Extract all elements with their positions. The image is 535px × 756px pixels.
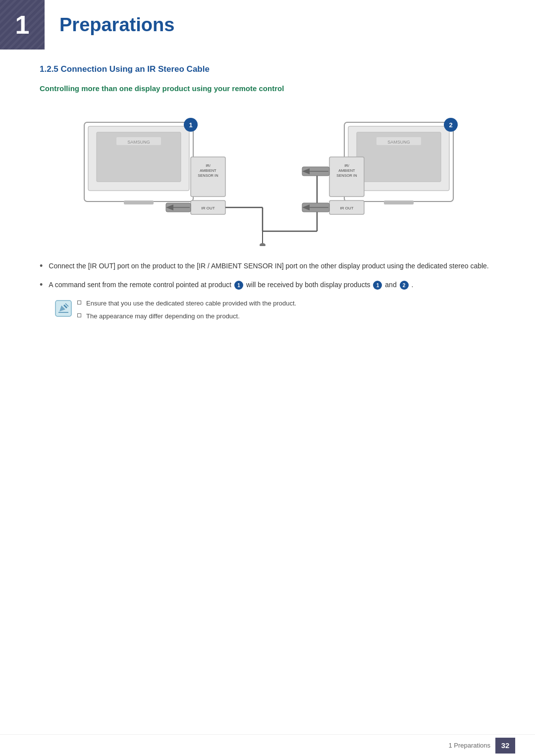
- bullet2-text-before: A command sent from the remote control p…: [49, 281, 233, 289]
- note-square-1: [77, 301, 81, 304]
- connection-diagram: SAMSUNG 1 IR/ AMBIENT SENSOR IN IR OUT: [40, 107, 495, 246]
- section-heading: 1.2.5 Connection Using an IR Stereo Cabl…: [40, 64, 495, 74]
- svg-text:1: 1: [189, 121, 192, 129]
- svg-text:AMBIENT: AMBIENT: [200, 168, 216, 173]
- svg-text:SENSOR IN: SENSOR IN: [336, 173, 357, 178]
- svg-point-43: [260, 243, 266, 246]
- note-item-2: The appearance may differ depending on t…: [77, 311, 495, 321]
- bullet-text-1: Connect the [IR OUT] port on the product…: [49, 261, 495, 271]
- footer-label: 1 Preparations: [448, 742, 490, 749]
- svg-text:SAMSUNG: SAMSUNG: [387, 140, 410, 145]
- badge-2: 1: [373, 281, 382, 290]
- bullet-section: • Connect the [IR OUT] port on the produ…: [40, 261, 495, 324]
- svg-rect-27: [384, 201, 414, 204]
- bullet-item-2: • A command sent from the remote control…: [40, 280, 495, 292]
- bullet2-text-and: and: [383, 281, 398, 289]
- bullet2-text-middle: will be received by both display product…: [244, 281, 372, 289]
- svg-text:SAMSUNG: SAMSUNG: [127, 140, 150, 145]
- svg-text:IR OUT: IR OUT: [340, 206, 353, 210]
- bullet2-text-after: .: [410, 281, 414, 289]
- svg-text:IR OUT: IR OUT: [201, 206, 214, 210]
- note-text-2: The appearance may differ depending on t…: [86, 311, 240, 321]
- note-icon: [54, 300, 72, 317]
- footer-page-number: 32: [495, 738, 515, 754]
- bullet-dot-2: •: [40, 278, 43, 292]
- note-block: Ensure that you use the dedicated stereo…: [54, 299, 495, 324]
- svg-text:SENSOR IN: SENSOR IN: [198, 173, 218, 178]
- svg-text:AMBIENT: AMBIENT: [338, 168, 355, 173]
- page-header: 1 Preparations: [0, 0, 535, 50]
- main-content: 1.2.5 Connection Using an IR Stereo Cabl…: [0, 50, 535, 373]
- badge-3: 2: [400, 281, 409, 290]
- chapter-number-block: 1: [0, 0, 45, 50]
- bullet-text-2: A command sent from the remote control p…: [49, 280, 495, 290]
- note-items: Ensure that you use the dedicated stereo…: [77, 299, 495, 324]
- svg-text:IR/: IR/: [206, 163, 211, 168]
- note-item-1: Ensure that you use the dedicated stereo…: [77, 299, 495, 308]
- svg-text:IR/: IR/: [344, 163, 350, 168]
- bullet-item-1: • Connect the [IR OUT] port on the produ…: [40, 261, 495, 273]
- subsection-heading: Controlling more than one display produc…: [40, 84, 495, 93]
- chapter-title-block: Preparations: [45, 0, 535, 50]
- page-footer: 1 Preparations 32: [0, 734, 535, 756]
- chapter-title: Preparations: [59, 14, 174, 36]
- note-text-1: Ensure that you use the dedicated stereo…: [86, 299, 296, 308]
- ir-stereo-diagram: SAMSUNG 1 IR/ AMBIENT SENSOR IN IR OUT: [69, 107, 466, 246]
- chapter-number: 1: [15, 10, 30, 40]
- svg-text:2: 2: [449, 121, 452, 129]
- svg-rect-5: [124, 201, 154, 204]
- badge-1: 1: [234, 281, 243, 290]
- bullet-dot-1: •: [40, 259, 43, 273]
- note-square-2: [77, 313, 81, 317]
